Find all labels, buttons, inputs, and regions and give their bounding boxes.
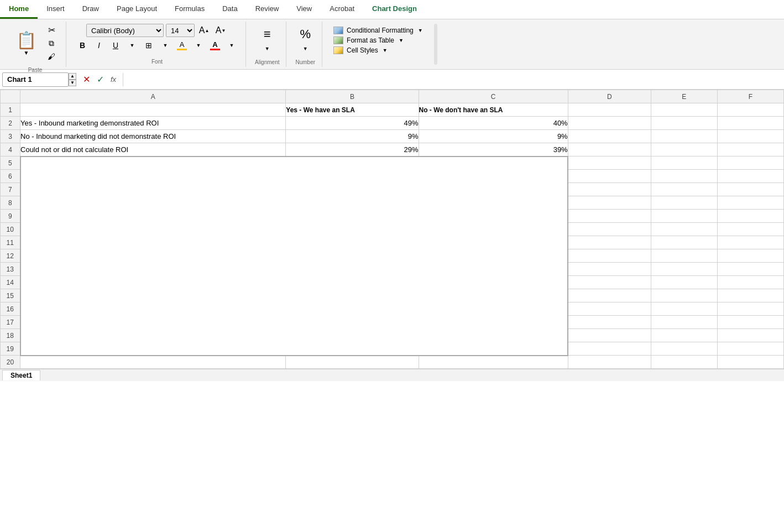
cell[interactable]: [717, 263, 783, 276]
row-header-19[interactable]: 19: [1, 342, 20, 356]
cell[interactable]: [717, 157, 783, 170]
cell[interactable]: [419, 356, 568, 369]
name-box[interactable]: [2, 72, 69, 87]
cell[interactable]: [651, 170, 717, 183]
cell[interactable]: [651, 289, 717, 302]
cell[interactable]: [568, 342, 651, 356]
decrease-font-size-button[interactable]: A▼: [213, 24, 228, 36]
row-header-12[interactable]: 12: [1, 249, 20, 263]
row-header-9[interactable]: 9: [1, 210, 20, 223]
row-header-5[interactable]: 5: [1, 157, 20, 170]
percent-icon[interactable]: %: [298, 28, 312, 40]
col-header-b[interactable]: B: [286, 90, 419, 103]
number-dropdown[interactable]: ▼: [298, 43, 312, 55]
row-header-18[interactable]: 18: [1, 329, 20, 342]
cell[interactable]: [717, 117, 783, 130]
row-header-7[interactable]: 7: [1, 183, 20, 196]
cell[interactable]: [568, 183, 651, 196]
row-header-8[interactable]: 8: [1, 196, 20, 210]
fill-color-dropdown[interactable]: ▼: [191, 39, 206, 51]
cell[interactable]: [568, 249, 651, 263]
cell[interactable]: [651, 210, 717, 223]
format-painter-button[interactable]: 🖌: [44, 50, 59, 62]
row-header-20[interactable]: 20: [1, 356, 20, 369]
spinner-down[interactable]: ▼: [69, 80, 76, 86]
col-header-a[interactable]: A: [20, 90, 286, 103]
cell[interactable]: [20, 103, 286, 117]
alignment-dropdown[interactable]: ▼: [260, 43, 274, 55]
italic-button[interactable]: I: [92, 39, 106, 51]
cell[interactable]: [651, 236, 717, 249]
row-header-17[interactable]: 17: [1, 316, 20, 329]
cell[interactable]: [568, 157, 651, 170]
cell[interactable]: [651, 143, 717, 157]
row-header-11[interactable]: 11: [1, 236, 20, 249]
cell[interactable]: [717, 356, 783, 369]
row-header-6[interactable]: 6: [1, 170, 20, 183]
tab-page-layout[interactable]: Page Layout: [108, 0, 166, 19]
cell[interactable]: [651, 196, 717, 210]
font-size-select[interactable]: 14: [166, 24, 195, 37]
cell[interactable]: [717, 143, 783, 157]
cell[interactable]: Yes - Inbound marketing demonstrated ROI: [20, 117, 286, 130]
alignment-icon[interactable]: ≡: [260, 28, 274, 40]
cell[interactable]: [651, 302, 717, 316]
cell[interactable]: [717, 289, 783, 302]
cell[interactable]: [568, 329, 651, 342]
cell[interactable]: [568, 130, 651, 143]
col-header-f[interactable]: F: [717, 90, 783, 103]
row-header-3[interactable]: 3: [1, 130, 20, 143]
cell[interactable]: [568, 302, 651, 316]
row-header-13[interactable]: 13: [1, 263, 20, 276]
cell[interactable]: Yes - We have an SLA: [286, 103, 419, 117]
cell[interactable]: [717, 223, 783, 236]
tab-insert[interactable]: Insert: [38, 0, 74, 19]
cell[interactable]: [717, 276, 783, 289]
cell[interactable]: 39%: [419, 143, 568, 157]
cell[interactable]: [717, 302, 783, 316]
cell[interactable]: [568, 103, 651, 117]
insert-function-button[interactable]: fx: [108, 74, 118, 85]
row-header-10[interactable]: 10: [1, 223, 20, 236]
cell[interactable]: [568, 276, 651, 289]
cell[interactable]: [568, 210, 651, 223]
borders-dropdown[interactable]: ▼: [158, 39, 173, 51]
col-header-c[interactable]: C: [419, 90, 568, 103]
font-color-button[interactable]: A: [208, 39, 222, 51]
cell[interactable]: No - Inbound marketing did not demonstra…: [20, 130, 286, 143]
tab-data[interactable]: Data: [213, 0, 246, 19]
cell[interactable]: [651, 103, 717, 117]
cell[interactable]: Could not or did not calculate ROI: [20, 143, 286, 157]
font-color-dropdown[interactable]: ▼: [224, 39, 239, 51]
cell[interactable]: [717, 183, 783, 196]
bold-button[interactable]: B: [75, 39, 90, 51]
spinner-up[interactable]: ▲: [69, 73, 76, 80]
cell[interactable]: [568, 263, 651, 276]
cell[interactable]: [651, 223, 717, 236]
cell[interactable]: [717, 329, 783, 342]
sheet-tab-1[interactable]: Sheet1: [2, 370, 40, 380]
confirm-formula-button[interactable]: ✓: [95, 73, 106, 86]
row-header-14[interactable]: 14: [1, 276, 20, 289]
fill-color-button[interactable]: A: [175, 39, 189, 51]
tab-acrobat[interactable]: Acrobat: [321, 0, 363, 19]
cell[interactable]: [717, 170, 783, 183]
cell-styles-button[interactable]: Cell Styles ▼: [331, 46, 425, 55]
cell[interactable]: [651, 276, 717, 289]
cell[interactable]: [568, 117, 651, 130]
cell[interactable]: No - We don't have an SLA: [419, 103, 568, 117]
cell[interactable]: [651, 130, 717, 143]
conditional-formatting-dropdown[interactable]: ▼: [418, 28, 423, 33]
cell[interactable]: 29%: [286, 143, 419, 157]
cell[interactable]: [651, 249, 717, 263]
paste-button[interactable]: 📋 ▼: [11, 28, 41, 59]
cell[interactable]: [717, 249, 783, 263]
row-header-2[interactable]: 2: [1, 117, 20, 130]
tab-formulas[interactable]: Formulas: [166, 0, 213, 19]
cell[interactable]: [717, 342, 783, 356]
cell[interactable]: [568, 316, 651, 329]
cell[interactable]: [651, 157, 717, 170]
row-header-4[interactable]: 4: [1, 143, 20, 157]
cell[interactable]: 9%: [419, 130, 568, 143]
tab-draw[interactable]: Draw: [74, 0, 108, 19]
